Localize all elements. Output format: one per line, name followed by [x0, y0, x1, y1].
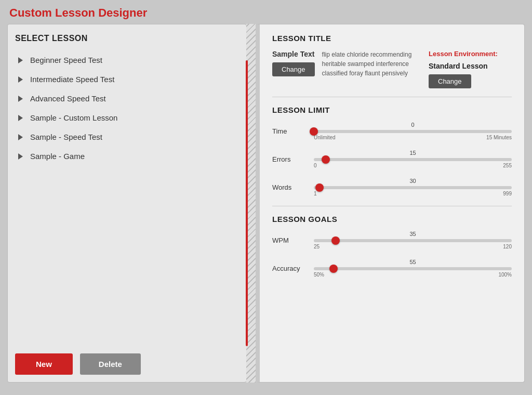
- words-slider-row: Words 30 1 999: [272, 178, 512, 196]
- errors-slider-track: [314, 158, 512, 161]
- lesson-environment-value: Standard Lesson: [429, 62, 488, 70]
- lesson-env-change-button[interactable]: Change: [429, 74, 471, 88]
- wpm-slider-thumb: [331, 236, 340, 245]
- time-slider-container: 0 Unlimited 15 Minutes: [314, 122, 512, 140]
- accuracy-slider-range: 50% 100%: [314, 272, 512, 278]
- time-slider-range: Unlimited 15 Minutes: [314, 135, 512, 140]
- accuracy-slider-thumb: [329, 265, 338, 273]
- lesson-item-game[interactable]: Sample - Game: [15, 147, 239, 166]
- divider-2: [272, 206, 512, 206]
- errors-slider-value: 15: [314, 150, 512, 156]
- accuracy-slider-label: Accuracy: [272, 265, 309, 272]
- words-slider-label: Words: [272, 183, 309, 191]
- wpm-slider-label: WPM: [272, 236, 309, 244]
- lesson-item-advanced[interactable]: Advanced Speed Test: [15, 89, 239, 108]
- lesson-list: Beginner Speed Test Intermediate Speed T…: [15, 50, 239, 338]
- arrow-icon: [18, 76, 23, 83]
- delete-button[interactable]: Delete: [80, 353, 141, 375]
- arrow-icon: [18, 153, 23, 160]
- right-panel: LESSON TITLE Sample Text Change flip ela…: [256, 24, 525, 383]
- wpm-slider-container: 35 25 120: [314, 231, 512, 249]
- lesson-item-beginner[interactable]: Beginner Speed Test: [15, 50, 239, 70]
- errors-slider-container: 15 0 255: [314, 150, 512, 168]
- time-slider-label: Time: [272, 127, 309, 135]
- wpm-slider-row: WPM 35 25 120: [272, 231, 512, 249]
- time-slider-track: [314, 130, 512, 133]
- wpm-slider-range: 25 120: [314, 244, 512, 249]
- lesson-item-custom[interactable]: Sample - Custom Lesson: [15, 108, 239, 127]
- arrow-icon: [18, 57, 23, 63]
- lesson-goals-heading: LESSON GOALS: [272, 215, 512, 223]
- lesson-item-intermediate[interactable]: Intermediate Speed Test: [15, 70, 239, 89]
- accuracy-slider-container: 55 50% 100%: [314, 259, 512, 278]
- lesson-title-heading: LESSON TITLE: [272, 34, 512, 43]
- errors-slider-label: Errors: [272, 155, 309, 163]
- lesson-limit-heading: LESSON LIMIT: [272, 106, 512, 114]
- bottom-buttons: New Delete: [15, 348, 239, 375]
- time-slider-row: Time 0 Unlimited 15 Minutes: [272, 122, 512, 140]
- arrow-icon: [18, 115, 23, 121]
- app-title: Custom Lesson Designer: [0, 0, 532, 24]
- errors-slider-row: Errors 15 0 255: [272, 150, 512, 168]
- words-slider-thumb: [315, 183, 324, 192]
- accuracy-slider-value: 55: [314, 259, 512, 265]
- select-lesson-heading: SELECT LESSON: [15, 34, 239, 43]
- words-slider-track: [314, 186, 512, 189]
- sample-text-change-button[interactable]: Change: [272, 62, 315, 76]
- arrow-icon: [18, 96, 23, 102]
- time-slider-thumb: [310, 127, 318, 136]
- errors-slider-thumb: [322, 155, 330, 164]
- lesson-environment-area: Lesson Environment: Standard Lesson Chan…: [429, 50, 512, 88]
- accuracy-slider-row: Accuracy 55 50% 100%: [272, 259, 512, 278]
- words-slider-range: 1 999: [314, 191, 512, 196]
- sample-text-label-area: Sample Text Change: [272, 50, 315, 76]
- wpm-slider-value: 35: [314, 231, 512, 237]
- wpm-slider-track: [314, 239, 512, 242]
- left-panel: SELECT LESSON Beginner Speed Test Interm…: [7, 24, 246, 383]
- time-slider-value: 0: [314, 122, 512, 128]
- words-slider-value: 30: [314, 178, 512, 184]
- divider-1: [272, 97, 512, 97]
- errors-slider-range: 0 255: [314, 163, 512, 168]
- sample-text-area: Sample Text Change flip elate chloride r…: [272, 50, 512, 88]
- sample-text-content: flip elate chloride recommending heritab…: [322, 50, 421, 78]
- words-slider-container: 30 1 999: [314, 178, 512, 196]
- new-button[interactable]: New: [15, 353, 73, 375]
- arrow-icon: [18, 134, 23, 140]
- lesson-environment-label: Lesson Environment:: [429, 50, 498, 58]
- accuracy-slider-track: [314, 267, 512, 270]
- lesson-item-speed-test[interactable]: Sample - Speed Test: [15, 127, 239, 147]
- sample-text-label: Sample Text: [272, 50, 314, 58]
